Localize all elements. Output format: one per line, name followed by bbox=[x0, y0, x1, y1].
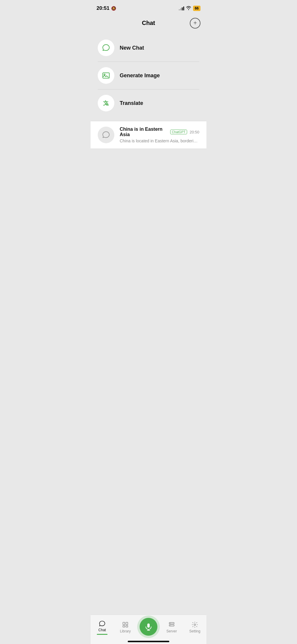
chat-item-time: 20:50 bbox=[189, 130, 199, 134]
signal-icon bbox=[179, 6, 184, 10]
wifi-icon bbox=[186, 6, 191, 11]
svg-text:A: A bbox=[106, 102, 109, 106]
translate-item[interactable]: 文 A Translate bbox=[91, 89, 206, 117]
chat-history-item[interactable]: China is in Eastern Asia ChatGPT 20:50 C… bbox=[91, 121, 206, 149]
status-right: 66 bbox=[179, 6, 200, 11]
new-chat-label: New Chat bbox=[120, 45, 144, 51]
chat-item-content: China is in Eastern Asia ChatGPT 20:50 C… bbox=[120, 127, 199, 143]
battery-indicator: 66 bbox=[193, 6, 200, 11]
add-button[interactable]: + bbox=[190, 18, 200, 29]
status-time: 20:51 🔕 bbox=[97, 5, 116, 11]
menu-list: New Chat Generate Image 文 A bbox=[91, 31, 206, 120]
page-title: Chat bbox=[142, 20, 155, 26]
page-header: Chat + bbox=[91, 15, 206, 31]
translate-icon: 文 A bbox=[98, 95, 114, 111]
generate-image-item[interactable]: Generate Image bbox=[91, 62, 206, 89]
chat-item-title: China is in Eastern Asia bbox=[120, 127, 168, 137]
chat-history-icon bbox=[98, 127, 114, 143]
status-bar: 20:51 🔕 66 bbox=[91, 0, 206, 15]
chat-item-preview: China is located in Eastern Asia, border… bbox=[120, 138, 199, 143]
chatgpt-badge: ChatGPT bbox=[170, 130, 187, 134]
new-chat-item[interactable]: New Chat bbox=[91, 34, 206, 62]
battery-level: 66 bbox=[195, 6, 199, 10]
generate-image-label: Generate Image bbox=[120, 73, 160, 79]
generate-image-icon bbox=[98, 67, 114, 84]
svg-point-1 bbox=[104, 74, 105, 75]
mute-icon: 🔕 bbox=[111, 6, 116, 11]
chat-item-header: China is in Eastern Asia ChatGPT 20:50 bbox=[120, 127, 199, 137]
new-chat-icon bbox=[98, 40, 114, 56]
translate-label: Translate bbox=[120, 100, 143, 106]
time-display: 20:51 bbox=[97, 5, 109, 11]
plus-icon: + bbox=[193, 20, 197, 26]
